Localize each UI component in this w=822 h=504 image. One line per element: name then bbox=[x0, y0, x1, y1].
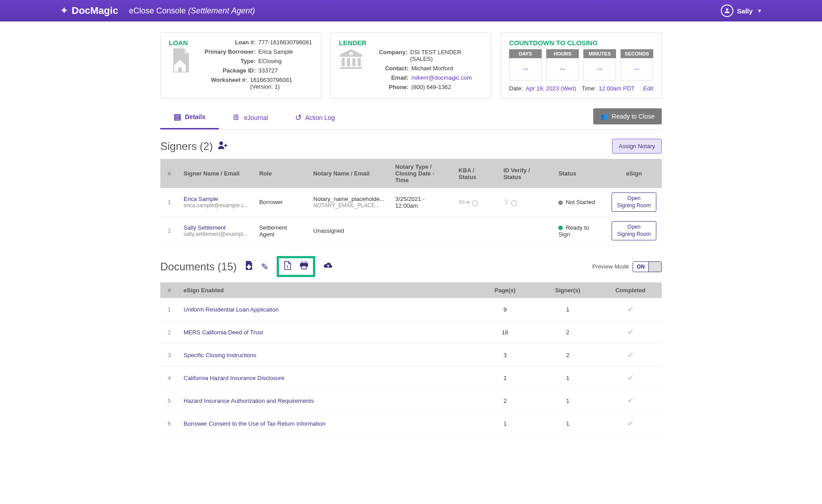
doc-name[interactable]: California Hazard Insurance Disclosure bbox=[178, 367, 474, 389]
add-signer-icon[interactable] bbox=[218, 141, 228, 151]
preview-label: Preview Mode bbox=[592, 263, 629, 270]
dcol-pages: Page(s) bbox=[474, 282, 536, 298]
doc-signers: 1 bbox=[536, 298, 599, 321]
user-menu[interactable]: Sally ▼ bbox=[721, 4, 762, 17]
loan-card: LOAN Loan #:777-1616630796081 Primary Bo… bbox=[160, 32, 321, 98]
signers-title: Signers (2) bbox=[160, 140, 213, 153]
status-cell: Not Started bbox=[553, 188, 606, 217]
countdown-box: HOURS-- bbox=[546, 49, 579, 81]
document-row: 1 Uniform Residential Loan Application 9… bbox=[160, 298, 662, 321]
house-icon bbox=[169, 48, 191, 78]
borrower-label: Primary Borrower: bbox=[197, 48, 256, 55]
share-icon[interactable]: ⇪ bbox=[503, 198, 509, 206]
assign-notary-button[interactable]: Assign Notary bbox=[612, 139, 662, 154]
doc-name[interactable]: Borrower Consent to the Use of Tax Retur… bbox=[178, 412, 474, 435]
group-icon: 👥 bbox=[600, 113, 608, 120]
svg-rect-5 bbox=[358, 58, 361, 66]
status-circle-icon bbox=[511, 200, 517, 206]
doc-pages: 3 bbox=[474, 344, 536, 367]
doc-name[interactable]: Hazard Insurance Authorization and Requi… bbox=[178, 389, 474, 412]
open-signing-room-button[interactable]: Open Signing Room bbox=[612, 192, 656, 212]
check-icon: ✔ bbox=[599, 344, 662, 367]
borrower-value: Erica Sample bbox=[258, 48, 293, 55]
date-label: Date: bbox=[509, 85, 523, 92]
tab-details[interactable]: ▤ Details bbox=[160, 106, 219, 129]
signer-name[interactable]: Erica Sample bbox=[184, 196, 248, 202]
loan-no-label: Loan #: bbox=[197, 39, 256, 46]
signers-header: Signers (2) Assign Notary bbox=[160, 139, 662, 154]
countdown-label: DAYS bbox=[509, 49, 542, 58]
col-esign: eSign bbox=[606, 159, 662, 188]
countdown-box: MINUTES-- bbox=[583, 49, 616, 81]
logo-text: DocMagic bbox=[72, 5, 118, 17]
check-icon: ✔ bbox=[599, 298, 662, 321]
countdown-label: HOURS bbox=[546, 49, 579, 58]
doc-pages: 9 bbox=[474, 298, 536, 321]
row-num: 1 bbox=[160, 188, 178, 217]
add-document-icon[interactable] bbox=[245, 261, 253, 272]
company-label: Company: bbox=[373, 49, 407, 62]
col-kba: KBA / Status bbox=[453, 159, 498, 188]
tab-actionlog[interactable]: ↺ Action Log bbox=[282, 107, 348, 129]
countdown-value: -- bbox=[583, 58, 616, 81]
ready-to-close-button[interactable]: 👥 Ready to Close bbox=[593, 108, 662, 124]
console-subtitle: (Settlement Agent) bbox=[188, 6, 255, 15]
cloud-upload-icon[interactable] bbox=[323, 261, 333, 272]
mail-icon[interactable]: ✉➔ bbox=[458, 198, 470, 206]
check-icon: ✔ bbox=[599, 321, 662, 344]
col-name: Signer Name / Email bbox=[178, 159, 254, 188]
edit-icon[interactable]: ✎ bbox=[261, 261, 269, 272]
countdown-value: -- bbox=[621, 58, 653, 81]
tab-ejournal[interactable]: 🗎 eJournal bbox=[219, 107, 282, 128]
status-dot-icon bbox=[558, 201, 563, 205]
doc-num: 1 bbox=[160, 298, 178, 321]
document-row: 3 Specific Closing Instructions 3 2 ✔ bbox=[160, 344, 662, 367]
pkg-value: 333727 bbox=[258, 67, 278, 74]
doc-pages: 1 bbox=[474, 412, 536, 435]
notary-name: Notary_name_placeholde... bbox=[313, 196, 385, 202]
col-role: Role bbox=[254, 159, 308, 188]
countdown-card: COUNTDOWN TO CLOSING DAYS--HOURS--MINUTE… bbox=[501, 32, 662, 98]
tab-details-label: Details bbox=[185, 113, 206, 120]
contact-value: Michael Morford bbox=[411, 65, 453, 72]
kba-cell bbox=[453, 217, 498, 245]
print-icon[interactable] bbox=[300, 261, 308, 272]
time-label: Time: bbox=[582, 85, 596, 92]
document-row: 5 Hazard Insurance Authorization and Req… bbox=[160, 389, 662, 412]
svg-rect-2 bbox=[342, 58, 345, 66]
signer-email: erica.sample@example.c... bbox=[184, 202, 248, 209]
signer-role: Borrower bbox=[254, 188, 308, 217]
col-type: Notary Type / Closing Date - Time bbox=[390, 159, 454, 188]
loan-no-value: 777-1616630796081 bbox=[258, 39, 312, 46]
kba-cell: ✉➔ bbox=[453, 188, 498, 217]
pdf-icon[interactable]: λ bbox=[283, 261, 291, 272]
doc-name[interactable]: Specific Closing Instructions bbox=[178, 344, 474, 367]
preview-toggle[interactable]: ON bbox=[633, 261, 662, 272]
email-value[interactable]: mikem@docmagic.com bbox=[411, 74, 472, 81]
doc-signers: 2 bbox=[536, 344, 599, 367]
doc-num: 6 bbox=[160, 412, 178, 435]
signer-name[interactable]: Sally Settlement bbox=[184, 224, 248, 231]
open-signing-room-button[interactable]: Open Signing Room bbox=[612, 221, 656, 240]
countdown-label: MINUTES bbox=[583, 49, 616, 58]
countdown-label: SECONDS bbox=[621, 49, 653, 58]
worksheet-value: 1616630796081 (Version: 1) bbox=[250, 77, 313, 90]
doc-name[interactable]: MERS California Deed of Trust bbox=[178, 321, 474, 344]
doc-pages: 1 bbox=[474, 367, 536, 389]
tab-ejournal-label: eJournal bbox=[244, 114, 268, 121]
check-icon: ✔ bbox=[599, 389, 662, 412]
check-icon: ✔ bbox=[599, 412, 662, 435]
row-num: 2 bbox=[160, 217, 178, 245]
svg-rect-6 bbox=[340, 67, 362, 69]
dcol-num: # bbox=[160, 282, 178, 298]
idv-cell bbox=[498, 217, 553, 245]
type-value: EClosing bbox=[258, 58, 282, 64]
contact-label: Contact: bbox=[373, 65, 409, 72]
username: Sally bbox=[737, 7, 753, 15]
doc-name[interactable]: Uniform Residential Loan Application bbox=[178, 298, 474, 321]
closing-date: 3/25/2021 - 12:00am bbox=[390, 188, 454, 217]
edit-link[interactable]: Edit bbox=[643, 85, 653, 92]
header-left: ✦ DocMagic eClose Console (Settlement Ag… bbox=[60, 5, 255, 17]
tab-actionlog-label: Action Log bbox=[305, 114, 335, 121]
documents-toolbar: Documents (15) ✎ λ Preview Mode ON bbox=[160, 256, 662, 277]
